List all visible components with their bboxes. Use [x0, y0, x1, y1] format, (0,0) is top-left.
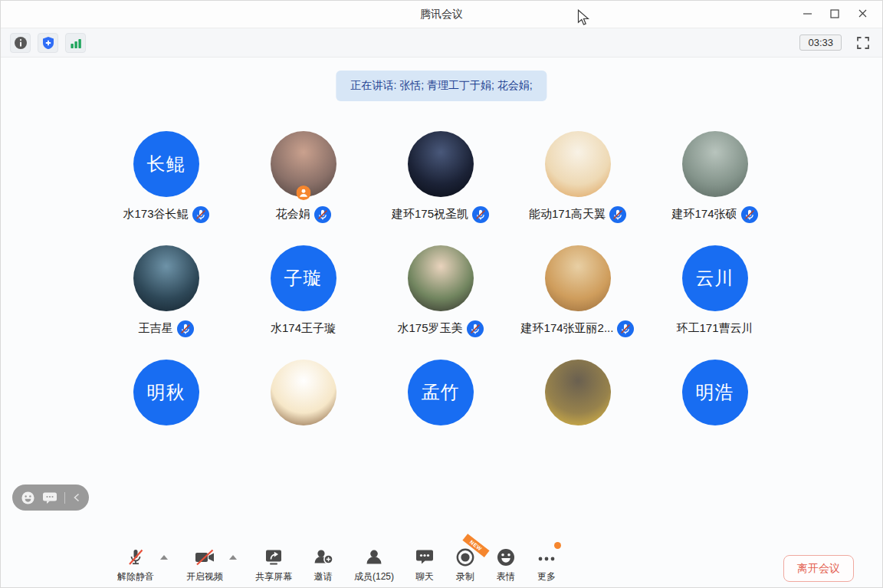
- titlebar[interactable]: 腾讯会议: [1, 1, 882, 28]
- toolbar-unmute-button[interactable]: 解除静音: [117, 545, 154, 583]
- meeting-timer: 03:33: [799, 34, 842, 51]
- window-controls: [793, 1, 876, 28]
- message-light-icon[interactable]: [42, 491, 57, 504]
- toolbar-members-button[interactable]: 成员(125): [354, 545, 394, 583]
- toolbar-chat-label: 聊天: [415, 570, 434, 583]
- close-icon: [858, 8, 868, 21]
- participant-grid: 长鲲水173谷长鲲花会娟建环175祝圣凯能动171高天翼建环174张硕王吉星子璇…: [97, 131, 783, 425]
- participant-name: 花会娟: [276, 207, 310, 222]
- participant-tile[interactable]: [509, 360, 646, 425]
- status-right: 03:33: [799, 33, 873, 53]
- participant-avatar: [408, 245, 474, 311]
- participant-avatar: [271, 131, 336, 197]
- maximize-icon: [830, 8, 839, 21]
- toolbar-record-button[interactable]: NEW录制: [455, 545, 475, 583]
- participant-tile[interactable]: 孟竹: [372, 360, 509, 425]
- participant-tile[interactable]: 明浩: [646, 360, 783, 425]
- participant-name: 建环174张硕: [671, 207, 737, 222]
- participant-name-row: 环工171曹云川: [676, 320, 753, 337]
- toolbar-record-label: 录制: [456, 570, 474, 583]
- person-icon: [364, 545, 384, 567]
- participant-tile[interactable]: 云川环工171曹云川: [646, 245, 783, 337]
- mic-muted-icon: [741, 206, 758, 223]
- camera-off-icon: [194, 545, 215, 567]
- participant-avatar: 长鲲: [133, 131, 199, 197]
- participant-name: 水174王子璇: [271, 321, 336, 336]
- smiley-light-icon[interactable]: [21, 491, 35, 505]
- person-add-icon: [313, 545, 333, 567]
- mic-muted-icon: [467, 320, 484, 337]
- participant-name-row: 水174王子璇: [271, 320, 336, 337]
- dropdown-caret-icon[interactable]: [229, 555, 237, 560]
- shield-button[interactable]: [38, 33, 58, 53]
- participant-avatar: [682, 131, 748, 197]
- share-screen-icon: [264, 545, 284, 567]
- toolbar-invite-button[interactable]: 邀请: [313, 545, 333, 583]
- participant-name: 建环175祝圣凯: [392, 207, 468, 222]
- participant-tile[interactable]: 建环175祝圣凯: [372, 131, 509, 223]
- mic-off-icon: [126, 545, 146, 567]
- toolbar-chat-button[interactable]: 聊天: [415, 545, 435, 583]
- toolbar-share-screen-button[interactable]: 共享屏幕: [255, 545, 292, 583]
- toolbar-start-video-label: 开启视频: [186, 570, 223, 583]
- user-role-badge-icon: [296, 186, 310, 200]
- status-icons: [10, 33, 86, 53]
- signal-icon: [69, 36, 83, 50]
- participant-name-row: 花会娟: [276, 205, 331, 223]
- participant-name: 能动171高天翼: [529, 207, 606, 222]
- toolbar-emoji-button[interactable]: 表情: [496, 545, 516, 583]
- participant-tile[interactable]: 建环174张硕: [646, 131, 783, 223]
- toolbar-share-screen-label: 共享屏幕: [255, 570, 292, 583]
- participant-tile[interactable]: 水175罗玉美: [372, 245, 509, 337]
- participant-tile[interactable]: 明秋: [97, 360, 235, 425]
- fullscreen-button[interactable]: [853, 33, 873, 53]
- participant-avatar: [271, 360, 336, 425]
- meeting-status-bar: 03:33: [1, 28, 882, 57]
- record-icon: NEW: [455, 545, 475, 567]
- notification-dot: [554, 542, 561, 549]
- app-window: 腾讯会议 03:33 正在讲话: 张恬; 青理工丁于娟; 花会娟; 长鲲水173…: [0, 0, 883, 588]
- dropdown-caret-icon[interactable]: [160, 555, 168, 560]
- participant-avatar: 明浩: [682, 360, 748, 425]
- participant-tile[interactable]: 长鲲水173谷长鲲: [97, 131, 235, 223]
- participant-tile[interactable]: 建环174张亚丽2...: [509, 245, 646, 337]
- more-dots-icon: [537, 545, 556, 567]
- participant-name-row: 王吉星: [139, 320, 194, 337]
- mic-muted-icon: [472, 206, 489, 223]
- toolbar-emoji-label: 表情: [497, 570, 515, 583]
- window-title: 腾讯会议: [420, 8, 463, 21]
- minimize-icon: [803, 8, 812, 21]
- participant-tile[interactable]: 王吉星: [97, 245, 235, 337]
- participant-tile[interactable]: [235, 360, 372, 425]
- info-button[interactable]: [10, 33, 31, 53]
- mic-muted-icon: [609, 206, 626, 223]
- leave-meeting-button[interactable]: 离开会议: [783, 555, 854, 582]
- quick-reaction-pill[interactable]: [12, 485, 89, 511]
- bottom-toolbar: 解除静音开启视频共享屏幕邀请成员(125)聊天NEW录制表情更多: [117, 545, 556, 583]
- participant-name: 王吉星: [139, 321, 173, 336]
- chevron-left-icon[interactable]: [72, 492, 81, 503]
- toolbar-more-button[interactable]: 更多: [537, 545, 556, 583]
- participant-name: 环工171曹云川: [676, 321, 753, 336]
- maximize-button[interactable]: [821, 3, 849, 26]
- pill-divider: [64, 492, 65, 504]
- participant-name-row: 建环174张亚丽2...: [521, 320, 635, 337]
- signal-button[interactable]: [65, 33, 86, 53]
- participant-avatar: 孟竹: [408, 360, 474, 425]
- participant-tile[interactable]: 子璇水174王子璇: [235, 245, 372, 337]
- toolbar-unmute-label: 解除静音: [117, 570, 154, 583]
- minimize-button[interactable]: [793, 3, 821, 26]
- chat-bubble-icon: [415, 545, 435, 567]
- smiley-dark-icon: [496, 545, 516, 567]
- participant-tile[interactable]: 能动171高天翼: [509, 131, 646, 223]
- mic-muted-icon: [192, 206, 209, 223]
- toolbar-invite-label: 邀请: [314, 570, 333, 583]
- participant-avatar: [408, 131, 474, 197]
- toolbar-start-video-button[interactable]: 开启视频: [186, 545, 223, 583]
- participant-name: 水175罗玉美: [397, 321, 462, 336]
- mic-muted-icon: [177, 320, 194, 337]
- participant-name-row: 水173谷长鲲: [123, 205, 208, 223]
- close-button[interactable]: [849, 3, 876, 26]
- participant-avatar: [545, 131, 611, 197]
- participant-tile[interactable]: 花会娟: [235, 131, 372, 223]
